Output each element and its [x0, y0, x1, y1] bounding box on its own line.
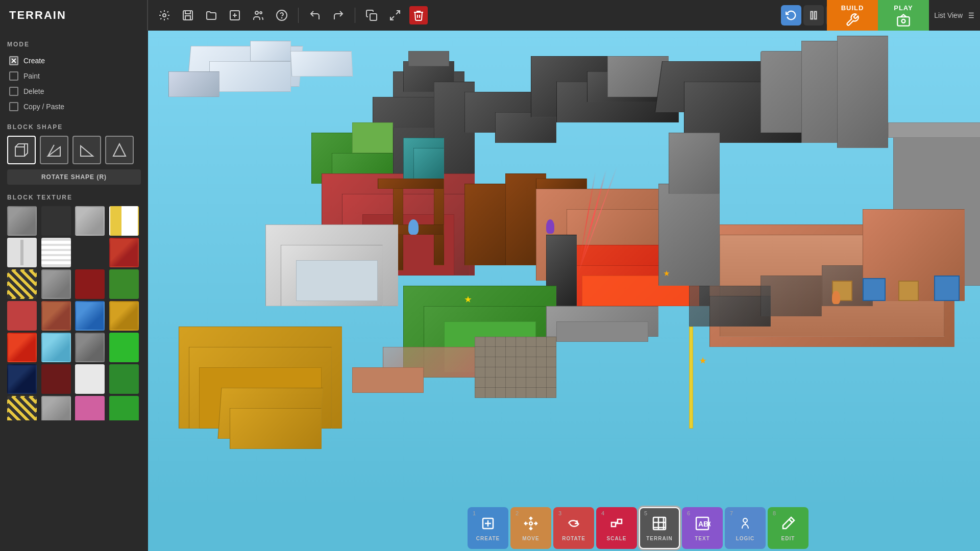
build-button[interactable]: BUILD: [827, 0, 878, 31]
tool-scale-icon: [608, 515, 625, 534]
texture-dark-blue[interactable]: [7, 364, 37, 394]
delete-icon[interactable]: [409, 6, 428, 24]
folder-icon[interactable]: [202, 6, 220, 24]
undo-icon[interactable]: [306, 6, 324, 24]
texture-blue-ice[interactable]: [75, 301, 105, 331]
texture-dark-red[interactable]: [75, 269, 105, 299]
mode-create[interactable]: Create: [7, 53, 141, 68]
texture-maroon[interactable]: [41, 364, 71, 394]
svg-marker-34: [113, 144, 126, 156]
copy-icon[interactable]: [362, 6, 381, 24]
app-title: TERRAIN: [9, 9, 66, 22]
svg-point-53: [743, 518, 747, 522]
texture-yellow-stripe[interactable]: [109, 206, 139, 236]
svg-point-8: [282, 18, 282, 18]
tool-create[interactable]: 1 CREATE: [468, 507, 508, 549]
shape-ramp[interactable]: [40, 136, 68, 164]
texture-stripe-h[interactable]: [41, 238, 71, 267]
mode-delete[interactable]: Delete: [7, 84, 141, 99]
pause-icon[interactable]: [803, 5, 824, 26]
svg-rect-13: [815, 12, 817, 19]
texture-green2[interactable]: [109, 364, 139, 394]
tool-logic[interactable]: 7 LOGIC: [725, 507, 766, 549]
texture-lava[interactable]: [7, 333, 37, 362]
texture-green[interactable]: [109, 269, 139, 299]
list-view-button[interactable]: List View: [934, 0, 975, 31]
texture-cobble[interactable]: [41, 269, 71, 299]
svg-marker-32: [81, 146, 93, 156]
redo-icon[interactable]: [329, 6, 348, 24]
shape-cube[interactable]: [7, 136, 36, 164]
tool-terrain-icon: [651, 515, 668, 534]
refresh-icon[interactable]: [781, 5, 801, 26]
mode-create-checkbox: [9, 56, 18, 65]
texture-red-brick[interactable]: [109, 238, 139, 267]
shape-wedge[interactable]: [72, 136, 101, 164]
tool-rotate[interactable]: 3 ROTATE: [553, 507, 594, 549]
texture-pink[interactable]: [75, 396, 105, 420]
mode-copy-paste-label: Copy / Paste: [23, 103, 64, 111]
tool-text-icon: ABC: [694, 515, 710, 534]
texture-brick2[interactable]: [41, 301, 71, 331]
shape-buttons: [7, 136, 141, 164]
svg-point-5: [255, 11, 258, 14]
tool-terrain-label: TERRAIN: [646, 536, 672, 541]
mode-section: MODE Create Paint Delete Copy / Paste: [7, 41, 141, 114]
texture-stone2[interactable]: [75, 333, 105, 362]
block-shape-section: BLOCK SHAPE: [7, 123, 141, 185]
mode-delete-label: Delete: [23, 87, 44, 95]
help-icon[interactable]: [273, 6, 291, 24]
texture-dark[interactable]: [41, 206, 71, 236]
texture-dark2[interactable]: [75, 238, 105, 267]
people-icon[interactable]: [249, 6, 267, 24]
title-area: TERRAIN: [0, 0, 148, 31]
texture-green3[interactable]: [109, 396, 139, 420]
play-button[interactable]: PLAY: [878, 0, 929, 31]
texture-white-lines[interactable]: [7, 238, 37, 267]
texture-gray-stone[interactable]: [7, 206, 37, 236]
texture-grid: [7, 206, 141, 420]
add-icon[interactable]: [226, 6, 244, 24]
texture-stone3[interactable]: [41, 396, 71, 420]
separator: [298, 8, 299, 23]
settings-icon[interactable]: [155, 6, 174, 24]
texture-light-gray[interactable]: [75, 206, 105, 236]
svg-point-38: [529, 522, 532, 525]
tool-scale[interactable]: 4 SCALE: [596, 507, 637, 549]
texture-hazard[interactable]: [7, 269, 37, 299]
tool-move[interactable]: 2 MOVE: [510, 507, 551, 549]
texture-gold[interactable]: [109, 301, 139, 331]
svg-marker-30: [48, 147, 60, 156]
svg-line-10: [396, 11, 400, 14]
tool-edit[interactable]: 8 EDIT: [768, 507, 808, 549]
topbar: TERRAIN: [0, 0, 980, 31]
svg-rect-44: [618, 519, 622, 523]
tool-rotate-label: ROTATE: [562, 536, 585, 541]
mode-paint-checkbox: [9, 71, 18, 81]
tool-move-num: 2: [516, 510, 519, 516]
texture-ice[interactable]: [41, 333, 71, 362]
block-texture-section: BLOCK TEXTURE: [7, 194, 141, 420]
svg-point-6: [260, 12, 262, 14]
texture-bright-green[interactable]: [109, 333, 139, 362]
texture-pink-red[interactable]: [7, 301, 37, 331]
rotate-shape-button[interactable]: ROTATE SHAPE (R): [7, 169, 141, 185]
tool-create-icon: [480, 515, 496, 534]
save-icon[interactable]: [179, 6, 197, 24]
tool-edit-icon: [780, 515, 796, 534]
shape-pyramid[interactable]: [105, 136, 134, 164]
svg-rect-16: [897, 17, 909, 26]
mode-copy-paste[interactable]: Copy / Paste: [7, 99, 141, 114]
expand-icon[interactable]: [386, 6, 404, 24]
tool-create-label: CREATE: [476, 536, 500, 541]
mode-paint[interactable]: Paint: [7, 68, 141, 84]
texture-white2[interactable]: [75, 364, 105, 394]
separator2: [355, 8, 355, 23]
block-shape-title: BLOCK SHAPE: [7, 123, 141, 131]
tool-text[interactable]: 6 ABC TEXT: [682, 507, 723, 549]
tool-edit-label: EDIT: [781, 536, 795, 541]
tool-rotate-num: 3: [558, 510, 561, 516]
tool-logic-icon: [737, 515, 753, 534]
texture-hazard2[interactable]: [7, 396, 37, 420]
tool-terrain[interactable]: 5 TERRAIN: [639, 507, 680, 549]
